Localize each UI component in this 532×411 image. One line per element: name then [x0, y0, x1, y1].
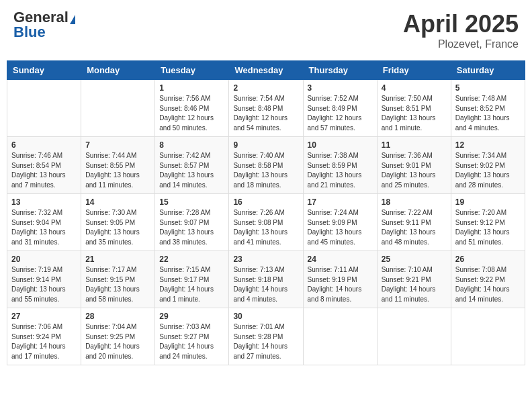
day-number: 1	[159, 83, 224, 93]
day-info: Sunrise: 7:17 AMSunset: 9:15 PMDaylight:…	[85, 265, 150, 304]
calendar-cell: 1Sunrise: 7:56 AMSunset: 8:46 PMDaylight…	[155, 80, 229, 137]
day-number: 27	[11, 312, 77, 321]
day-info: Sunrise: 7:32 AMSunset: 9:04 PMDaylight:…	[11, 208, 77, 247]
day-number: 13	[11, 197, 77, 207]
day-of-week-header: Thursday	[303, 61, 377, 80]
calendar-cell: 27Sunrise: 7:06 AMSunset: 9:24 PMDayligh…	[7, 308, 81, 365]
calendar-cell	[451, 308, 525, 365]
day-number: 23	[233, 255, 298, 264]
calendar-cell: 23Sunrise: 7:13 AMSunset: 9:18 PMDayligh…	[229, 251, 303, 308]
calendar-cell: 12Sunrise: 7:34 AMSunset: 9:02 PMDayligh…	[451, 137, 525, 194]
day-info: Sunrise: 7:54 AMSunset: 8:48 PMDaylight:…	[233, 94, 298, 133]
day-number: 21	[85, 255, 150, 264]
calendar-cell	[377, 308, 451, 365]
calendar-week-row: 1Sunrise: 7:56 AMSunset: 8:46 PMDaylight…	[7, 80, 525, 137]
day-info: Sunrise: 7:52 AMSunset: 8:49 PMDaylight:…	[308, 94, 373, 133]
day-number: 24	[308, 255, 373, 264]
calendar-location: Plozevet, France	[403, 38, 519, 50]
calendar-cell	[81, 80, 155, 137]
day-number: 11	[382, 140, 447, 150]
day-number: 14	[85, 197, 150, 207]
day-info: Sunrise: 7:38 AMSunset: 8:59 PMDaylight:…	[308, 151, 373, 190]
day-of-week-header: Monday	[81, 61, 155, 80]
logo-icon	[70, 15, 75, 24]
day-info: Sunrise: 7:04 AMSunset: 9:25 PMDaylight:…	[85, 322, 150, 361]
day-of-week-header: Friday	[377, 61, 451, 80]
calendar-cell: 13Sunrise: 7:32 AMSunset: 9:04 PMDayligh…	[7, 194, 81, 251]
calendar-week-row: 27Sunrise: 7:06 AMSunset: 9:24 PMDayligh…	[7, 308, 525, 365]
calendar-title: April 2025	[403, 10, 519, 38]
day-info: Sunrise: 7:26 AMSunset: 9:08 PMDaylight:…	[233, 208, 298, 247]
day-info: Sunrise: 7:01 AMSunset: 9:28 PMDaylight:…	[233, 322, 298, 361]
day-info: Sunrise: 7:20 AMSunset: 9:12 PMDaylight:…	[455, 208, 521, 247]
day-number: 5	[455, 83, 521, 93]
calendar-cell: 25Sunrise: 7:10 AMSunset: 9:21 PMDayligh…	[377, 251, 451, 308]
calendar-cell: 9Sunrise: 7:40 AMSunset: 8:58 PMDaylight…	[229, 137, 303, 194]
calendar-cell: 3Sunrise: 7:52 AMSunset: 8:49 PMDaylight…	[303, 80, 377, 137]
day-info: Sunrise: 7:22 AMSunset: 9:11 PMDaylight:…	[382, 208, 447, 247]
day-info: Sunrise: 7:06 AMSunset: 9:24 PMDaylight:…	[11, 322, 77, 361]
day-of-week-header: Sunday	[7, 61, 81, 80]
day-number: 19	[455, 197, 521, 207]
day-number: 15	[159, 197, 224, 207]
day-info: Sunrise: 7:42 AMSunset: 8:57 PMDaylight:…	[159, 151, 224, 190]
day-number: 17	[308, 197, 373, 207]
day-number: 2	[233, 83, 298, 93]
day-number: 3	[308, 83, 373, 93]
day-info: Sunrise: 7:40 AMSunset: 8:58 PMDaylight:…	[233, 151, 298, 190]
day-number: 25	[382, 255, 447, 264]
calendar-cell: 24Sunrise: 7:11 AMSunset: 9:19 PMDayligh…	[303, 251, 377, 308]
day-info: Sunrise: 7:15 AMSunset: 9:17 PMDaylight:…	[159, 265, 224, 304]
day-number: 10	[308, 140, 373, 150]
day-info: Sunrise: 7:34 AMSunset: 9:02 PMDaylight:…	[455, 151, 521, 190]
calendar-cell: 5Sunrise: 7:48 AMSunset: 8:52 PMDaylight…	[451, 80, 525, 137]
calendar-cell: 11Sunrise: 7:36 AMSunset: 9:01 PMDayligh…	[377, 137, 451, 194]
title-section: April 2025 Plozevet, France	[403, 10, 519, 50]
day-info: Sunrise: 7:44 AMSunset: 8:55 PMDaylight:…	[85, 151, 150, 190]
day-number: 29	[159, 312, 224, 321]
calendar-cell: 6Sunrise: 7:46 AMSunset: 8:54 PMDaylight…	[7, 137, 81, 194]
calendar-week-row: 13Sunrise: 7:32 AMSunset: 9:04 PMDayligh…	[7, 194, 525, 251]
day-of-week-header: Saturday	[451, 61, 525, 80]
day-info: Sunrise: 7:03 AMSunset: 9:27 PMDaylight:…	[159, 322, 224, 361]
day-info: Sunrise: 7:46 AMSunset: 8:54 PMDaylight:…	[11, 151, 77, 190]
calendar-cell: 7Sunrise: 7:44 AMSunset: 8:55 PMDaylight…	[81, 137, 155, 194]
calendar-cell: 8Sunrise: 7:42 AMSunset: 8:57 PMDaylight…	[155, 137, 229, 194]
day-info: Sunrise: 7:24 AMSunset: 9:09 PMDaylight:…	[308, 208, 373, 247]
day-info: Sunrise: 7:10 AMSunset: 9:21 PMDaylight:…	[382, 265, 447, 304]
calendar-cell: 30Sunrise: 7:01 AMSunset: 9:28 PMDayligh…	[229, 308, 303, 365]
calendar-cell: 4Sunrise: 7:50 AMSunset: 8:51 PMDaylight…	[377, 80, 451, 137]
calendar-cell: 18Sunrise: 7:22 AMSunset: 9:11 PMDayligh…	[377, 194, 451, 251]
calendar-cell: 17Sunrise: 7:24 AMSunset: 9:09 PMDayligh…	[303, 194, 377, 251]
calendar-week-row: 20Sunrise: 7:19 AMSunset: 9:14 PMDayligh…	[7, 251, 525, 308]
logo-blue-text: Blue	[13, 25, 75, 40]
day-number: 16	[233, 197, 298, 207]
day-info: Sunrise: 7:56 AMSunset: 8:46 PMDaylight:…	[159, 94, 224, 133]
day-of-week-header: Wednesday	[229, 61, 303, 80]
day-number: 6	[11, 140, 77, 150]
page-header: General Blue April 2025 Plozevet, France	[7, 7, 525, 54]
day-info: Sunrise: 7:50 AMSunset: 8:51 PMDaylight:…	[382, 94, 447, 133]
day-number: 28	[85, 312, 150, 321]
calendar-cell: 2Sunrise: 7:54 AMSunset: 8:48 PMDaylight…	[229, 80, 303, 137]
calendar-cell: 19Sunrise: 7:20 AMSunset: 9:12 PMDayligh…	[451, 194, 525, 251]
calendar-header-row: SundayMondayTuesdayWednesdayThursdayFrid…	[7, 61, 525, 80]
day-info: Sunrise: 7:30 AMSunset: 9:05 PMDaylight:…	[85, 208, 150, 247]
logo: General Blue	[13, 10, 75, 40]
day-number: 8	[159, 140, 224, 150]
day-number: 7	[85, 140, 150, 150]
day-info: Sunrise: 7:13 AMSunset: 9:18 PMDaylight:…	[233, 265, 298, 304]
calendar-cell: 22Sunrise: 7:15 AMSunset: 9:17 PMDayligh…	[155, 251, 229, 308]
calendar-cell: 14Sunrise: 7:30 AMSunset: 9:05 PMDayligh…	[81, 194, 155, 251]
day-number: 20	[11, 255, 77, 264]
calendar-cell: 16Sunrise: 7:26 AMSunset: 9:08 PMDayligh…	[229, 194, 303, 251]
calendar-cell: 26Sunrise: 7:08 AMSunset: 9:22 PMDayligh…	[451, 251, 525, 308]
day-info: Sunrise: 7:48 AMSunset: 8:52 PMDaylight:…	[455, 94, 521, 133]
day-of-week-header: Tuesday	[155, 61, 229, 80]
day-info: Sunrise: 7:19 AMSunset: 9:14 PMDaylight:…	[11, 265, 77, 304]
calendar-cell	[303, 308, 377, 365]
day-number: 22	[159, 255, 224, 264]
day-number: 26	[455, 255, 521, 264]
calendar-cell: 20Sunrise: 7:19 AMSunset: 9:14 PMDayligh…	[7, 251, 81, 308]
day-number: 4	[382, 83, 447, 93]
